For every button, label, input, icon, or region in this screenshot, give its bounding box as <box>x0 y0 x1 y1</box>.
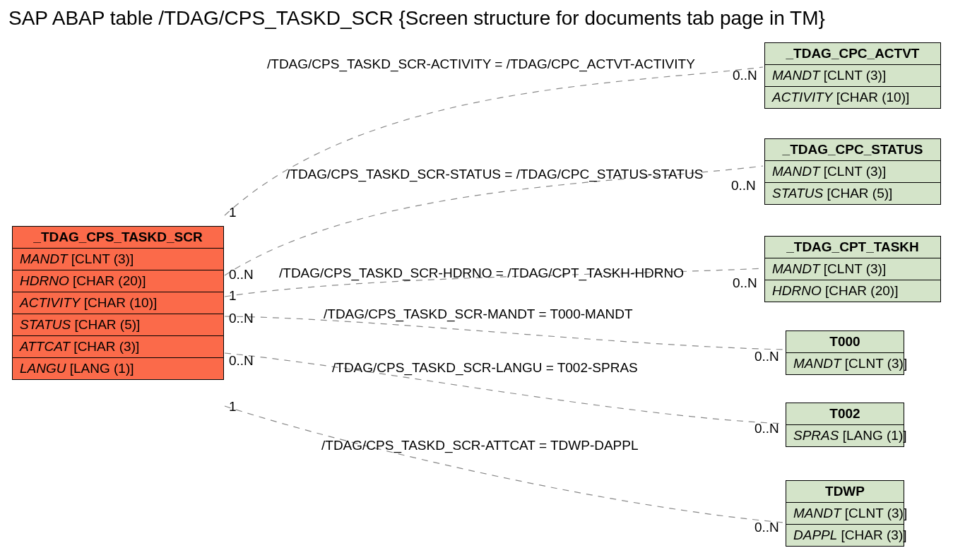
entity-main-field: ACTIVITY [CHAR (10)] <box>13 292 223 314</box>
relation-label: /TDAG/CPS_TASKD_SCR-STATUS = /TDAG/CPC_S… <box>286 167 703 182</box>
cardinality-left: 1 <box>229 205 237 220</box>
entity-main-field: LANGU [LANG (1)] <box>13 358 223 379</box>
cardinality-right: 0..N <box>754 421 779 436</box>
cardinality-right: 0..N <box>733 275 757 291</box>
entity-field: MANDT [CLNT (3)] <box>765 258 940 280</box>
entity-actvt: _TDAG_CPC_ACTVT MANDT [CLNT (3)] ACTIVIT… <box>764 42 941 109</box>
cardinality-left: 0..N <box>229 311 254 326</box>
cardinality-right: 0..N <box>754 349 779 364</box>
entity-main-field: STATUS [CHAR (5)] <box>13 314 223 336</box>
cardinality-right: 0..N <box>731 178 756 193</box>
relation-label: /TDAG/CPS_TASKD_SCR-HDRNO = /TDAG/CPT_TA… <box>279 266 684 281</box>
entity-header: T002 <box>786 403 904 425</box>
entity-field: SPRAS [LANG (1)] <box>786 425 904 446</box>
page-title: SAP ABAP table /TDAG/CPS_TASKD_SCR {Scre… <box>8 7 825 30</box>
entity-field: HDRNO [CHAR (20)] <box>765 280 940 302</box>
entity-main-field: MANDT [CLNT (3)] <box>13 249 223 270</box>
entity-header: _TDAG_CPC_ACTVT <box>765 43 940 65</box>
entity-field: MANDT [CLNT (3)] <box>786 353 904 374</box>
relation-label: /TDAG/CPS_TASKD_SCR-LANGU = T002-SPRAS <box>332 360 638 376</box>
entity-status: _TDAG_CPC_STATUS MANDT [CLNT (3)] STATUS… <box>764 138 941 205</box>
cardinality-left: 1 <box>229 399 237 415</box>
entity-header: _TDAG_CPT_TASKH <box>765 237 940 258</box>
entity-field: MANDT [CLNT (3)] <box>765 161 940 183</box>
entity-tdwp: TDWP MANDT [CLNT (3)] DAPPL [CHAR (3)] <box>786 480 904 547</box>
entity-field: MANDT [CLNT (3)] <box>765 65 940 87</box>
entity-taskh: _TDAG_CPT_TASKH MANDT [CLNT (3)] HDRNO [… <box>764 236 941 302</box>
entity-field: DAPPL [CHAR (3)] <box>786 525 904 546</box>
entity-main-field: HDRNO [CHAR (20)] <box>13 270 223 292</box>
entity-header: _TDAG_CPC_STATUS <box>765 139 940 161</box>
entity-main-field: ATTCAT [CHAR (3)] <box>13 336 223 358</box>
entity-field: MANDT [CLNT (3)] <box>786 503 904 525</box>
cardinality-left: 1 <box>229 288 237 304</box>
relation-label: /TDAG/CPS_TASKD_SCR-MANDT = T000-MANDT <box>324 306 633 322</box>
cardinality-left: 0..N <box>229 267 254 282</box>
relation-label: /TDAG/CPS_TASKD_SCR-ATTCAT = TDWP-DAPPL <box>321 438 639 453</box>
entity-t002: T002 SPRAS [LANG (1)] <box>786 403 904 447</box>
relation-label: /TDAG/CPS_TASKD_SCR-ACTIVITY = /TDAG/CPC… <box>267 56 695 72</box>
entity-main: _TDAG_CPS_TASKD_SCR MANDT [CLNT (3)] HDR… <box>12 226 224 380</box>
entity-field: ACTIVITY [CHAR (10)] <box>765 87 940 108</box>
entity-header: T000 <box>786 331 904 353</box>
entity-field: STATUS [CHAR (5)] <box>765 183 940 204</box>
cardinality-right: 0..N <box>733 68 757 83</box>
cardinality-left: 0..N <box>229 353 254 369</box>
cardinality-right: 0..N <box>754 520 779 535</box>
entity-main-header: _TDAG_CPS_TASKD_SCR <box>13 227 223 249</box>
entity-t000: T000 MANDT [CLNT (3)] <box>786 330 904 375</box>
entity-header: TDWP <box>786 481 904 503</box>
